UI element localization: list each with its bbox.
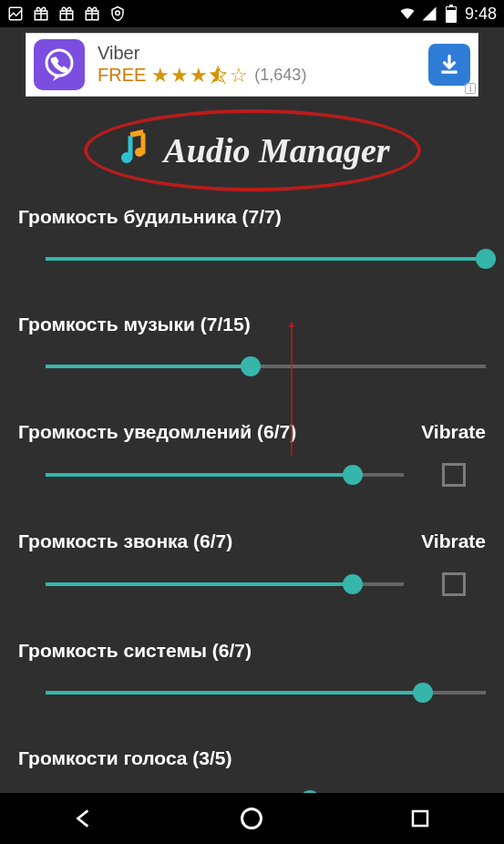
- svg-rect-7: [447, 7, 456, 10]
- shield-icon: [109, 5, 126, 22]
- gift-icon: [33, 5, 49, 22]
- svg-point-4: [116, 11, 120, 15]
- volume-control: Громкость звонка (6/7)Vibrate: [18, 530, 486, 596]
- status-left: [7, 5, 126, 22]
- back-button[interactable]: [69, 804, 98, 833]
- ad-stars: ★★★⯪☆: [151, 64, 249, 87]
- annotation-ellipse: [84, 109, 421, 191]
- svg-point-12: [242, 809, 262, 829]
- volume-slider[interactable]: [46, 464, 404, 486]
- volume-label: Громкость музыки (7/15): [18, 314, 251, 335]
- clock: 9:48: [465, 5, 497, 24]
- volume-control: Громкость системы (6/7): [18, 640, 486, 704]
- svg-point-8: [46, 50, 72, 76]
- svg-rect-6: [449, 5, 453, 7]
- vibrate-label: Vibrate: [421, 421, 486, 443]
- viber-app-icon: [34, 39, 85, 90]
- volume-control: Громкость уведомлений (6/7)Vibrate: [18, 421, 486, 487]
- vibrate-label: Vibrate: [421, 530, 486, 552]
- volume-label: Громкости голоса (3/5): [18, 747, 232, 769]
- volume-slider[interactable]: [46, 355, 486, 377]
- ad-title: Viber: [98, 43, 306, 64]
- wifi-icon: [399, 5, 416, 22]
- volume-control: Громкость будильника (7/7): [18, 206, 486, 270]
- battery-icon: [443, 5, 459, 22]
- app-title-area: Audio Manager: [84, 109, 421, 191]
- download-button[interactable]: [428, 44, 470, 86]
- ad-info-icon[interactable]: i: [465, 83, 476, 94]
- home-button[interactable]: [237, 804, 266, 833]
- ad-banner[interactable]: Viber FREE ★★★⯪☆ (1,643) i: [26, 33, 478, 97]
- volume-controls: Громкость будильника (7/7)Громкость музы…: [0, 197, 504, 811]
- signal-icon: [421, 5, 437, 22]
- volume-label: Громкость звонка (6/7): [18, 530, 232, 552]
- volume-label: Громкость будильника (7/7): [18, 206, 282, 228]
- recent-apps-button[interactable]: [406, 804, 435, 833]
- navigation-bar: [0, 793, 504, 844]
- gift-icon: [58, 5, 75, 22]
- status-bar: 9:48: [0, 0, 504, 27]
- image-icon: [7, 5, 24, 22]
- status-right: 9:48: [399, 5, 497, 24]
- gift-icon: [84, 5, 100, 22]
- volume-label: Громкость системы (6/7): [18, 640, 252, 662]
- ad-rating-count: (1,643): [254, 66, 306, 85]
- vibrate-checkbox[interactable]: [442, 463, 466, 487]
- ad-text: Viber FREE ★★★⯪☆ (1,643): [98, 43, 306, 87]
- ad-free-label: FREE: [98, 65, 146, 86]
- volume-control: Громкость музыки (7/15): [18, 314, 486, 377]
- svg-rect-13: [413, 811, 427, 826]
- volume-slider[interactable]: [46, 682, 486, 704]
- volume-label: Громкость уведомлений (6/7): [18, 421, 296, 443]
- volume-slider[interactable]: [46, 573, 404, 595]
- vibrate-checkbox[interactable]: [442, 572, 466, 596]
- svg-rect-0: [9, 7, 22, 20]
- volume-slider[interactable]: [46, 248, 486, 270]
